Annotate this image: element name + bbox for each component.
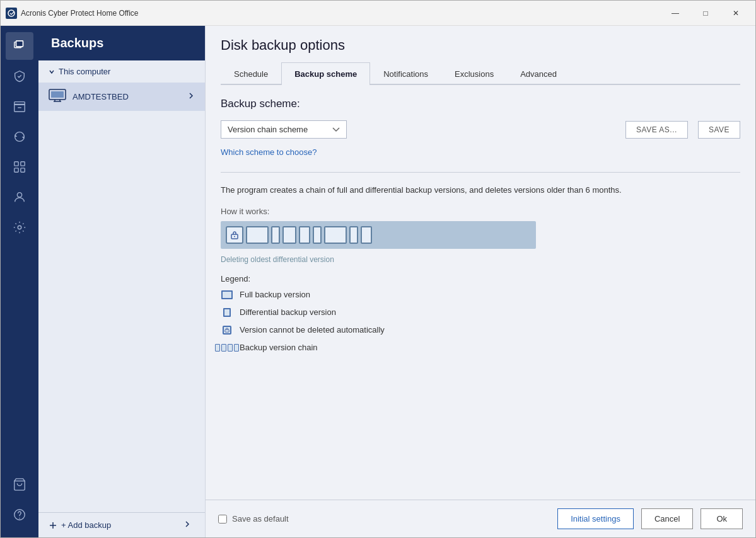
main-layout: Backups This computer AMDTESTBED [1, 26, 755, 537]
svg-point-15 [20, 518, 20, 518]
description-text: The program creates a chain of full and … [221, 184, 740, 197]
legend-chain-label: Backup version chain [240, 343, 318, 352]
legend-chain-icon [221, 341, 233, 354]
svg-rect-10 [21, 168, 25, 172]
window-controls: — □ ✕ [661, 4, 750, 23]
legend-diff: Differential backup version [221, 306, 740, 319]
this-computer-section[interactable]: This computer [38, 60, 205, 83]
monitor-icon [49, 89, 66, 105]
chain-diff-block-2 [282, 226, 296, 244]
sidebar-item-store[interactable] [6, 471, 33, 498]
scheme-value: Version chain scheme [228, 125, 308, 134]
chain-diff-block-4 [313, 226, 322, 244]
legend-lock-label: Version cannot be deleted automatically [240, 325, 385, 335]
dropdown-chevron-icon [332, 125, 340, 134]
sidebar-item-help[interactable] [6, 501, 33, 529]
scheme-row: Version chain scheme SAVE AS... SAVE [221, 120, 740, 139]
legend-lock-icon [221, 324, 233, 336]
ok-button[interactable]: Ok [701, 508, 743, 529]
tab-schedule[interactable]: Schedule [221, 62, 281, 85]
add-backup-chevron-icon [183, 520, 195, 530]
svg-point-0 [8, 10, 15, 16]
main-window: Acronis Cyber Protect Home Office — □ ✕ [0, 0, 756, 538]
close-button[interactable]: ✕ [721, 4, 750, 23]
initial-settings-button[interactable]: Initial settings [557, 508, 634, 529]
sidebar-item-sync[interactable] [6, 123, 33, 151]
svg-rect-8 [21, 162, 25, 166]
page-title: Disk backup options [221, 37, 740, 54]
legend-lock: Version cannot be deleted automatically [221, 324, 740, 336]
content-area: Backup scheme: Version chain scheme SAVE… [206, 85, 755, 500]
this-computer-label: This computer [59, 67, 110, 76]
right-panel: Disk backup options Schedule Backup sche… [206, 26, 755, 537]
sidebar-icons [1, 26, 38, 537]
legend-diff-icon [221, 306, 233, 319]
chain-diff-block-6 [361, 226, 372, 244]
plus-icon [49, 521, 57, 530]
legend-title: Legend: [221, 274, 740, 283]
save-as-button[interactable]: SAVE AS... [625, 121, 688, 139]
svg-rect-2 [16, 41, 23, 47]
legend-full: Full backup version [221, 289, 740, 301]
chain-diff-block-3 [299, 226, 310, 244]
chain-diff-block-1 [271, 226, 280, 244]
legend-chain: Backup version chain [221, 341, 740, 354]
sidebar-item-apps[interactable] [6, 153, 33, 181]
svg-point-12 [18, 226, 21, 229]
description-box: The program creates a chain of full and … [221, 172, 740, 354]
svg-rect-9 [15, 168, 18, 172]
chain-full-block [246, 226, 269, 244]
svg-rect-20 [225, 329, 229, 332]
save-default-label: Save as default [232, 514, 289, 524]
device-item[interactable]: AMDTESTBED [38, 83, 205, 111]
minimize-button[interactable]: — [661, 4, 690, 23]
bottom-bar: Save as default Initial settings Cancel … [206, 500, 755, 537]
cancel-button[interactable]: Cancel [641, 508, 693, 529]
chain-lock-block [226, 226, 243, 244]
chain-diff-block-5 [349, 226, 358, 244]
app-icon [6, 8, 17, 19]
how-it-works-label: How it works: [221, 207, 740, 216]
scheme-dropdown[interactable]: Version chain scheme [221, 120, 347, 139]
chevron-down-icon [49, 69, 55, 75]
app-title: Acronis Cyber Protect Home Office [21, 9, 661, 18]
svg-point-11 [17, 193, 21, 197]
sidebar-item-backups[interactable] [6, 32, 33, 60]
title-bar: Acronis Cyber Protect Home Office — □ ✕ [1, 1, 755, 26]
save-button[interactable]: SAVE [698, 121, 740, 139]
legend-diff-label: Differential backup version [240, 307, 336, 317]
chain-visualization [221, 221, 536, 249]
deleting-text: Deleting oldest differential version [221, 255, 740, 264]
sidebar-item-protection[interactable] [6, 62, 33, 90]
svg-point-19 [234, 236, 235, 237]
legend-full-icon [221, 289, 233, 301]
left-panel-title: Backups [38, 26, 205, 60]
chain-full-block-2 [324, 226, 347, 244]
svg-rect-7 [15, 162, 18, 166]
sidebar-item-settings[interactable] [6, 214, 33, 241]
tab-notifications[interactable]: Notifications [370, 62, 441, 85]
which-scheme-link[interactable]: Which scheme to choose? [221, 147, 317, 157]
maximize-button[interactable]: □ [691, 4, 720, 23]
tab-advanced[interactable]: Advanced [507, 62, 570, 85]
svg-rect-17 [51, 91, 64, 98]
add-backup-button[interactable]: + Add backup [38, 512, 205, 537]
sidebar-item-archive[interactable] [6, 93, 33, 120]
device-chevron-icon [187, 92, 195, 101]
sidebar-item-account[interactable] [6, 183, 33, 211]
save-default-checkbox[interactable] [218, 515, 227, 524]
left-panel: Backups This computer AMDTESTBED [38, 26, 206, 537]
add-backup-label: + Add backup [61, 520, 111, 530]
right-panel-header: Disk backup options Schedule Backup sche… [206, 26, 755, 85]
tabs-container: Schedule Backup scheme Notifications Exc… [221, 62, 740, 85]
tab-backup-scheme[interactable]: Backup scheme [281, 62, 370, 85]
save-default-row: Save as default [218, 514, 289, 524]
backup-scheme-title: Backup scheme: [221, 98, 740, 110]
device-name: AMDTESTBED [73, 92, 187, 101]
svg-rect-5 [15, 102, 25, 105]
legend-full-label: Full backup version [240, 290, 310, 299]
tab-exclusions[interactable]: Exclusions [441, 62, 507, 85]
